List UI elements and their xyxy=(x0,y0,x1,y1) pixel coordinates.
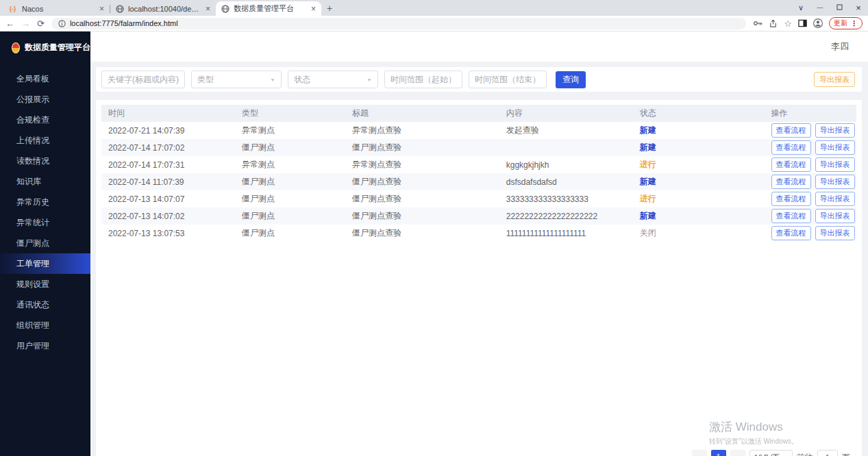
sidebar-item-8[interactable]: 僵尸测点 xyxy=(0,233,90,253)
browser-menu-chevron-icon[interactable]: ∨ xyxy=(791,0,810,16)
export-report-row-button[interactable]: 导出报表 xyxy=(815,226,855,240)
cell-title: 僵尸测点查验 xyxy=(345,190,499,207)
col-header-operations: 操作 xyxy=(765,105,856,122)
pagination-prev-button[interactable]: ‹ xyxy=(692,450,707,456)
tab-localhost-demo[interactable]: localhost:10040/demo/psjdbc × xyxy=(110,1,216,16)
table-row-4: 2022-07-13 14:07:07僵尸测点僵尸测点查验33333333333… xyxy=(101,190,856,207)
sidebar-item-0[interactable]: 全局看板 xyxy=(0,68,90,89)
pagination-jump-input[interactable]: 1 xyxy=(817,450,838,456)
window-maximize-button[interactable] xyxy=(830,0,849,16)
time-range-start-input[interactable] xyxy=(384,71,462,88)
back-button[interactable]: ← xyxy=(5,19,14,28)
reload-button[interactable]: ⟳ xyxy=(37,19,45,28)
app-logo-row: 数据质量管理平台 xyxy=(0,31,90,63)
export-report-row-button[interactable]: 导出报表 xyxy=(815,192,855,206)
cell-status: 关闭 xyxy=(633,225,765,242)
cell-time: 2022-07-14 17:07:31 xyxy=(101,156,235,173)
page-size-select[interactable]: 10条/页 ▼ xyxy=(749,450,793,456)
browser-menu-kebab-icon[interactable]: ⋮ xyxy=(850,19,858,28)
tab-data-quality-platform[interactable]: 数据质量管理平台 × xyxy=(216,1,321,16)
view-process-button[interactable]: 查看流程 xyxy=(771,123,811,138)
cell-operations: 查看流程导出报表 xyxy=(765,122,856,139)
pagination-page-word: 页 xyxy=(842,452,850,456)
share-icon[interactable] xyxy=(769,19,778,28)
sidebar-item-11[interactable]: 通讯状态 xyxy=(0,294,90,315)
sidebar-item-7[interactable]: 异常统计 xyxy=(0,212,90,233)
status-select-placeholder: 状态 xyxy=(294,74,310,86)
tab-title: 数据质量管理平台 xyxy=(234,3,307,14)
cell-operations: 查看流程导出报表 xyxy=(765,190,856,207)
sidebar-item-5[interactable]: 知识库 xyxy=(0,171,90,192)
type-select[interactable]: 类型 ▼ xyxy=(191,71,282,88)
export-report-button[interactable]: 导出报表 xyxy=(814,72,855,87)
cell-operations: 查看流程导出报表 xyxy=(765,207,856,225)
cell-operations: 查看流程导出报表 xyxy=(765,156,856,173)
sidebar-item-10[interactable]: 规则设置 xyxy=(0,274,90,294)
view-process-button[interactable]: 查看流程 xyxy=(771,140,811,155)
new-tab-button[interactable]: + xyxy=(327,3,332,14)
status-select[interactable]: 状态 ▼ xyxy=(288,71,378,88)
col-header-time: 时间 xyxy=(101,105,235,122)
sidebar-item-1[interactable]: 公报展示 xyxy=(0,89,90,110)
sidebar-item-4[interactable]: 读数情况 xyxy=(0,151,90,171)
cell-time: 2022-07-14 17:07:02 xyxy=(101,139,235,156)
cell-title: 异常测点查验 xyxy=(345,156,499,173)
cell-title: 僵尸测点查验 xyxy=(345,225,499,242)
pagination-next-button[interactable]: › xyxy=(730,450,745,456)
search-button[interactable]: 查询 xyxy=(556,71,586,88)
keyword-input[interactable] xyxy=(101,71,185,88)
cell-status: 新建 xyxy=(633,173,765,190)
address-bar[interactable]: localhost:7775/falarm/index.html xyxy=(51,18,746,29)
tab-title: localhost:10040/demo/psjdbc xyxy=(128,5,201,13)
sidebar-item-9[interactable]: 工单管理 xyxy=(0,253,90,274)
bookmark-star-icon[interactable]: ☆ xyxy=(784,18,792,29)
pagination: ‹ 1 › 10条/页 ▼ 前往 1 页 xyxy=(692,450,850,456)
export-report-row-button[interactable]: 导出报表 xyxy=(815,140,855,155)
globe-icon xyxy=(221,5,230,13)
view-process-button[interactable]: 查看流程 xyxy=(771,209,811,223)
export-report-row-button[interactable]: 导出报表 xyxy=(815,157,855,172)
cell-status: 进行 xyxy=(633,156,765,173)
current-user-name[interactable]: 李四 xyxy=(831,40,849,53)
work-order-table-card: 时间 类型 标题 内容 状态 操作 2022-07-21 14:07:39异常测… xyxy=(96,100,862,456)
sidebar-item-2[interactable]: 合规检查 xyxy=(0,110,90,130)
time-range-end-input[interactable] xyxy=(469,71,547,88)
cell-type: 异常测点 xyxy=(235,122,345,139)
view-process-button[interactable]: 查看流程 xyxy=(771,175,811,189)
export-report-row-button[interactable]: 导出报表 xyxy=(815,175,855,189)
work-order-table: 时间 类型 标题 内容 状态 操作 2022-07-21 14:07:39异常测… xyxy=(101,105,856,242)
table-row-2: 2022-07-14 17:07:31异常测点异常测点查验kggkgkjhjkh… xyxy=(101,156,856,173)
tab-close-icon[interactable]: × xyxy=(99,5,104,13)
export-report-row-button[interactable]: 导出报表 xyxy=(815,123,855,138)
app-title: 数据质量管理平台 xyxy=(25,42,90,53)
sidebar-item-6[interactable]: 异常历史 xyxy=(0,192,90,212)
chrome-update-button[interactable]: 更新 ⋮ xyxy=(829,17,863,29)
window-close-button[interactable]: × xyxy=(849,0,868,16)
view-process-button[interactable]: 查看流程 xyxy=(771,226,811,240)
app-logo-icon xyxy=(12,42,20,53)
export-report-row-button[interactable]: 导出报表 xyxy=(815,209,855,223)
tab-close-icon[interactable]: × xyxy=(311,5,316,13)
cell-title: 僵尸测点查验 xyxy=(345,207,499,225)
cell-content: 22222222222222222222 xyxy=(499,207,633,225)
table-header-row: 时间 类型 标题 内容 状态 操作 xyxy=(101,105,856,122)
pagination-page-1[interactable]: 1 xyxy=(711,450,726,456)
cell-content: dsfsdafsdafsd xyxy=(499,173,633,190)
chevron-down-icon: ▼ xyxy=(367,77,372,81)
forward-button[interactable]: → xyxy=(21,19,30,28)
view-process-button[interactable]: 查看流程 xyxy=(771,157,811,172)
profile-avatar-icon[interactable] xyxy=(813,18,823,28)
side-panel-icon[interactable] xyxy=(798,19,807,27)
password-key-icon[interactable] xyxy=(753,19,762,27)
sidebar-item-12[interactable]: 组织管理 xyxy=(0,315,90,335)
window-minimize-button[interactable]: — xyxy=(810,0,830,16)
tab-nacos[interactable]: (-) Nacos × xyxy=(4,1,110,16)
page-info-icon[interactable] xyxy=(58,20,66,27)
sidebar-item-3[interactable]: 上传情况 xyxy=(0,130,90,151)
sidebar-item-13[interactable]: 用户管理 xyxy=(0,335,90,356)
view-process-button[interactable]: 查看流程 xyxy=(771,192,811,206)
tab-close-icon[interactable]: × xyxy=(206,5,210,13)
cell-operations: 查看流程导出报表 xyxy=(765,139,856,156)
cell-type: 僵尸测点 xyxy=(235,190,345,207)
page-size-value: 10条/页 xyxy=(754,453,780,456)
